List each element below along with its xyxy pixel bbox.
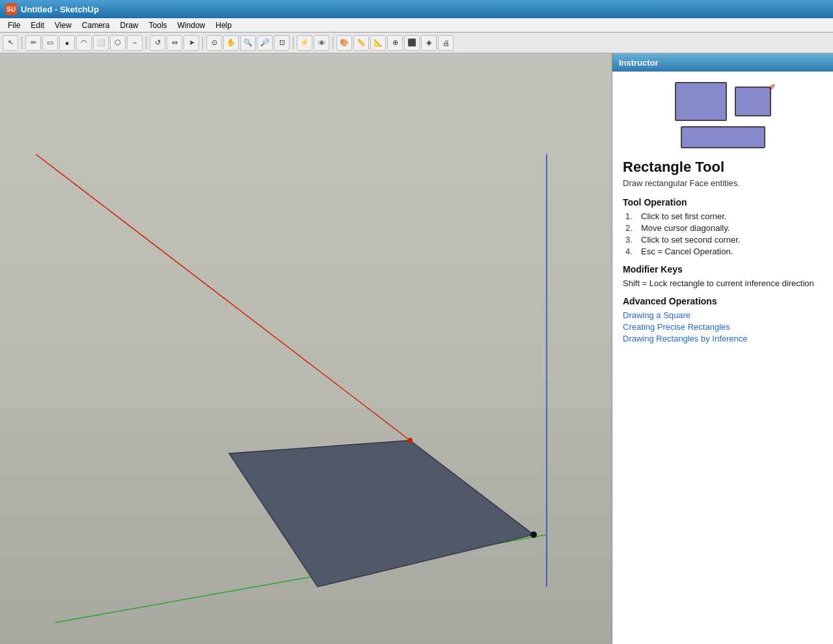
scene-svg — [0, 53, 612, 644]
rect-medium-icon: ✏ — [735, 87, 771, 116]
toolbar-separator — [21, 36, 22, 49]
modifier-text: Shift = Lock rectangle to current infere… — [623, 278, 823, 288]
tool-scale[interactable]: ⇔ — [167, 35, 182, 51]
op-text: Move cursor diagonally. — [641, 223, 730, 233]
instructor-illustration: ✏ — [623, 82, 823, 148]
menu-item-edit[interactable]: Edit — [25, 20, 49, 31]
title-bar: SU Untitled - SketchUp — [0, 0, 833, 18]
instructor-header: Instructor — [612, 53, 833, 72]
app-icon: SU — [5, 3, 17, 15]
advanced-link[interactable]: Creating Precise Rectangles — [623, 322, 823, 332]
advanced-link[interactable]: Drawing a Square — [623, 310, 823, 320]
menu-item-help[interactable]: Help — [210, 20, 237, 31]
tool-orbit[interactable]: ⊙ — [206, 35, 222, 51]
tool-pushpull[interactable]: ⬜ — [93, 35, 109, 51]
operation-list: 1.Click to set first corner.2.Move curso… — [623, 211, 823, 256]
tool-rotate[interactable]: ↺ — [150, 35, 165, 51]
tool-paint[interactable]: ✏ — [25, 35, 41, 51]
operation-section-title: Tool Operation — [623, 197, 823, 208]
op-num: 4. — [625, 247, 637, 256]
tool-freehand[interactable]: ~ — [127, 35, 143, 51]
menu-item-camera[interactable]: Camera — [77, 20, 115, 31]
tool-polygon[interactable]: ⬡ — [110, 35, 126, 51]
tool-measure[interactable]: 📏 — [353, 35, 369, 51]
menu-item-file[interactable]: File — [3, 20, 25, 31]
instructor-panel: Instructor ✏ Rectangle Tool Draw rectang… — [612, 53, 833, 644]
tool-axes[interactable]: ⊕ — [387, 35, 403, 51]
toolbar-separator — [146, 36, 146, 49]
toolbar-separator — [202, 36, 203, 49]
operation-item: 4.Esc = Cancel Operation. — [625, 247, 823, 256]
op-text: Click to set second corner. — [641, 235, 740, 245]
instructor-body: ✏ Rectangle Tool Draw rectangular Face e… — [612, 72, 833, 644]
tool-select[interactable]: ↖ — [3, 35, 18, 51]
operation-item: 3.Click to set second corner. — [625, 235, 823, 245]
modifier-section-title: Modifier Keys — [623, 264, 823, 275]
tool-material[interactable]: ◈ — [421, 35, 437, 51]
op-text: Esc = Cancel Operation. — [641, 247, 733, 256]
tool-lookaround[interactable]: 👁 — [314, 35, 329, 51]
op-text: Click to set first corner. — [641, 211, 726, 221]
tool-circle[interactable]: ● — [59, 35, 75, 51]
pencil-icon: ✏ — [766, 80, 779, 93]
tool-zoomextents[interactable]: ⊡ — [274, 35, 290, 51]
op-num: 2. — [625, 223, 637, 233]
tool-zoomout[interactable]: 🔎 — [257, 35, 273, 51]
tool-arc[interactable]: ◠ — [76, 35, 92, 51]
toolbar-separator — [293, 36, 294, 49]
instructor-title-label: Instructor — [619, 58, 659, 68]
tool-zoomin[interactable]: 🔍 — [240, 35, 256, 51]
tool-protractor[interactable]: 📐 — [370, 35, 386, 51]
rect-wide-icon — [681, 126, 765, 148]
operation-item: 2.Move cursor diagonally. — [625, 223, 823, 233]
tool-rectangle[interactable]: ▭ — [42, 35, 58, 51]
tool-followme[interactable]: ➤ — [184, 35, 199, 51]
tool-paint2[interactable]: 🎨 — [336, 35, 352, 51]
toolbar-separator — [333, 36, 333, 49]
op-num: 1. — [625, 211, 637, 221]
menu-item-draw[interactable]: Draw — [115, 20, 144, 31]
svg-point-7 — [407, 438, 413, 443]
tool-title: Rectangle Tool — [623, 159, 823, 176]
tool-subtitle: Draw rectangular Face entities. — [623, 178, 823, 188]
menu-item-window[interactable]: Window — [172, 20, 211, 31]
svg-rect-1 — [0, 53, 612, 408]
window-title: Untitled - SketchUp — [21, 5, 99, 14]
tool-pushpull2[interactable]: ⬛ — [404, 35, 420, 51]
toolbar: ↖✏▭●◠⬜⬡~↺⇔➤⊙✋🔍🔎⊡⚡👁🎨📏📐⊕⬛◈🖨 — [0, 33, 833, 53]
op-num: 3. — [625, 235, 637, 245]
operation-item: 1.Click to set first corner. — [625, 211, 823, 221]
advanced-links: Drawing a SquareCreating Precise Rectang… — [623, 310, 823, 343]
menu-bar: FileEditViewCameraDrawToolsWindowHelp — [0, 18, 833, 33]
advanced-link[interactable]: Drawing Rectangles by Inference — [623, 334, 823, 343]
menu-item-view[interactable]: View — [49, 20, 77, 31]
main-area: Instructor ✏ Rectangle Tool Draw rectang… — [0, 53, 833, 644]
tool-pan[interactable]: ✋ — [223, 35, 239, 51]
rect-large-icon — [675, 82, 727, 121]
viewport[interactable] — [0, 53, 612, 644]
rect-row-top: ✏ — [675, 82, 771, 121]
advanced-section-title: Advanced Operations — [623, 296, 823, 306]
tool-print[interactable]: 🖨 — [438, 35, 454, 51]
svg-point-8 — [530, 531, 537, 538]
menu-item-tools[interactable]: Tools — [144, 20, 172, 31]
tool-walk[interactable]: ⚡ — [297, 35, 312, 51]
